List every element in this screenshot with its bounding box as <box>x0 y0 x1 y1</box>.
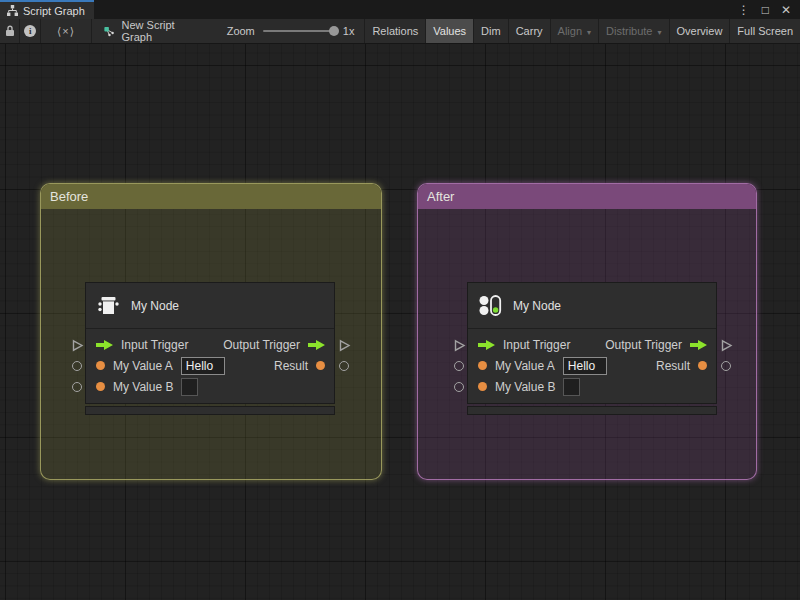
zoom-control: Zoom 1x <box>199 19 365 43</box>
info-button[interactable]: i <box>20 19 41 43</box>
node-title: My Node <box>513 299 561 313</box>
external-trigger-output-port[interactable] <box>720 338 733 356</box>
values-label: Values <box>433 25 466 37</box>
node-wrap-before: My Node Input Trigger Output Trigger <box>63 282 357 417</box>
value-port-icon[interactable] <box>96 361 105 370</box>
value-a-input[interactable] <box>563 357 607 375</box>
external-trigger-input-port[interactable] <box>453 338 466 356</box>
node-title: My Node <box>131 299 179 313</box>
external-value-a-port[interactable] <box>72 361 82 371</box>
external-value-b-port[interactable] <box>72 382 82 392</box>
flow-arrow-icon[interactable] <box>308 340 325 350</box>
default-unit-icon <box>97 294 120 317</box>
node-header[interactable]: My Node <box>86 283 334 329</box>
lock-icon <box>5 25 15 37</box>
chevron-down-icon: ▾ <box>587 28 591 37</box>
input-trigger-label: Input Trigger <box>121 338 188 352</box>
full-screen-button[interactable]: Full Screen <box>729 19 800 43</box>
script-graph-window: Script Graph ⋮ □ ✕ i ⟨×⟩ <box>0 0 800 600</box>
maximize-icon[interactable]: □ <box>762 4 769 16</box>
value-port-icon[interactable] <box>96 382 105 391</box>
external-value-b-port[interactable] <box>454 382 464 392</box>
tab-bar: Script Graph ⋮ □ ✕ <box>0 0 800 19</box>
value-b-row: My Value B <box>86 376 334 397</box>
tab-script-graph[interactable]: Script Graph <box>0 0 94 19</box>
value-port-icon[interactable] <box>316 361 325 370</box>
output-trigger-label: Output Trigger <box>223 338 300 352</box>
graph-canvas[interactable]: Before After <box>0 44 800 600</box>
dim-label: Dim <box>481 25 501 37</box>
value-a-row: My Value A Result <box>86 355 334 376</box>
value-port-icon[interactable] <box>478 361 487 370</box>
align-label: Align <box>558 25 582 37</box>
value-b-input[interactable] <box>563 378 580 396</box>
align-dropdown[interactable]: Align ▾ <box>550 19 598 43</box>
group-before-title[interactable]: Before <box>41 184 381 209</box>
trigger-row: Input Trigger Output Trigger <box>468 334 716 355</box>
close-icon[interactable]: ✕ <box>781 4 791 16</box>
value-a-label: My Value A <box>495 359 555 373</box>
graph-name-button[interactable]: New Script Graph <box>92 19 199 43</box>
value-a-input[interactable] <box>181 357 225 375</box>
external-trigger-output-port[interactable] <box>338 338 351 356</box>
flow-arrow-icon[interactable] <box>690 340 707 350</box>
value-a-row: My Value A Result <box>468 355 716 376</box>
node-header[interactable]: My Node <box>468 283 716 329</box>
result-label: Result <box>656 359 690 373</box>
distribute-dropdown[interactable]: Distribute ▾ <box>598 19 668 43</box>
carry-label: Carry <box>516 25 543 37</box>
window-controls: ⋮ □ ✕ <box>738 0 800 19</box>
zoom-label: Zoom <box>227 25 255 37</box>
zoom-value: 1x <box>343 25 355 37</box>
full-screen-label: Full Screen <box>737 25 793 37</box>
external-value-a-port[interactable] <box>454 361 464 371</box>
code-preview-button[interactable]: ⟨×⟩ <box>41 19 92 43</box>
tab-title: Script Graph <box>23 5 85 17</box>
external-trigger-input-port[interactable] <box>71 338 84 356</box>
graph-hierarchy-icon <box>7 5 18 16</box>
node-wrap-after: My Node Input Trigger Output Trigger <box>445 282 739 417</box>
external-result-port[interactable] <box>339 361 349 371</box>
dim-button[interactable]: Dim <box>473 19 508 43</box>
distribute-label: Distribute <box>606 25 652 37</box>
external-result-port[interactable] <box>721 361 731 371</box>
trigger-row: Input Trigger Output Trigger <box>86 334 334 355</box>
value-b-label: My Value B <box>113 380 173 394</box>
graph-toolbar: i ⟨×⟩ New Script Graph Zoom 1x Relations… <box>0 19 800 44</box>
lock-button[interactable] <box>0 19 20 43</box>
overview-button[interactable]: Overview <box>669 19 730 43</box>
value-a-label: My Value A <box>113 359 173 373</box>
relations-label: Relations <box>372 25 418 37</box>
info-icon: i <box>24 25 36 37</box>
graph-name-label: New Script Graph <box>121 19 186 43</box>
value-port-icon[interactable] <box>478 382 487 391</box>
node-footer <box>85 406 335 415</box>
custom-unit-icon <box>479 294 502 317</box>
output-trigger-label: Output Trigger <box>605 338 682 352</box>
node-before[interactable]: My Node Input Trigger Output Trigger <box>85 282 335 415</box>
code-icon: ⟨×⟩ <box>57 25 75 38</box>
zoom-slider-thumb[interactable] <box>329 26 339 36</box>
value-port-icon[interactable] <box>698 361 707 370</box>
group-after-title[interactable]: After <box>418 184 756 209</box>
value-b-input[interactable] <box>181 378 198 396</box>
input-trigger-label: Input Trigger <box>503 338 570 352</box>
window-menu-icon[interactable]: ⋮ <box>738 4 750 16</box>
flow-arrow-icon[interactable] <box>478 340 495 350</box>
zoom-slider[interactable] <box>263 30 335 32</box>
value-b-row: My Value B <box>468 376 716 397</box>
result-label: Result <box>274 359 308 373</box>
flow-arrow-icon[interactable] <box>96 340 113 350</box>
carry-button[interactable]: Carry <box>508 19 550 43</box>
chevron-down-icon: ▾ <box>658 28 662 37</box>
value-b-label: My Value B <box>495 380 555 394</box>
overview-label: Overview <box>677 25 723 37</box>
node-after[interactable]: My Node Input Trigger Output Trigger <box>467 282 717 415</box>
relations-button[interactable]: Relations <box>364 19 425 43</box>
new-graph-icon <box>104 25 115 38</box>
node-footer <box>467 406 717 415</box>
values-button[interactable]: Values <box>425 19 473 43</box>
